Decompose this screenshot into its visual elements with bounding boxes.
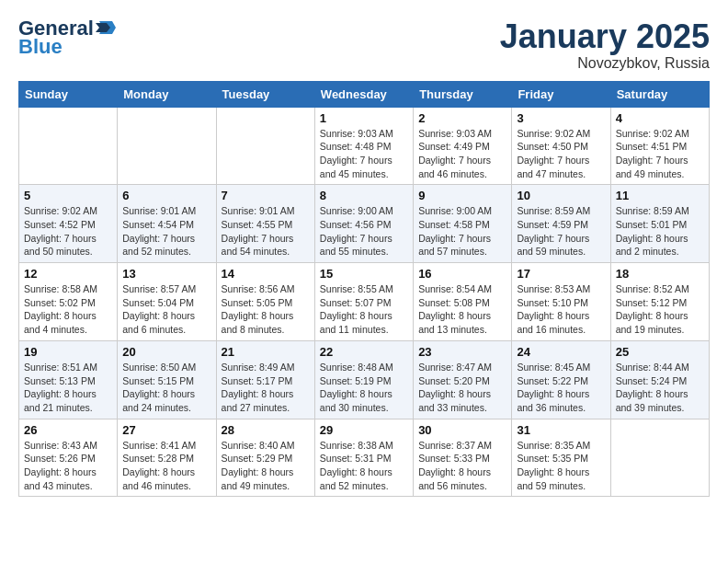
calendar-day-cell [118,107,216,185]
day-number: 18 [616,267,704,281]
calendar-day-cell: 20Sunrise: 8:50 AM Sunset: 5:15 PM Dayli… [118,340,216,419]
day-number: 11 [616,189,704,202]
day-info: Sunrise: 8:53 AM Sunset: 5:10 PM Dayligh… [517,282,605,337]
month-title: January 2025 [500,18,710,55]
calendar-week-row: 19Sunrise: 8:51 AM Sunset: 5:13 PM Dayli… [19,340,710,419]
day-info: Sunrise: 9:02 AM Sunset: 4:50 PM Dayligh… [517,127,605,181]
day-number: 23 [418,345,506,359]
calendar-day-cell: 31Sunrise: 8:35 AM Sunset: 5:35 PM Dayli… [512,419,610,497]
day-info: Sunrise: 8:57 AM Sunset: 5:04 PM Dayligh… [122,282,210,337]
weekday-header: Friday [512,81,610,107]
day-number: 14 [222,267,310,281]
day-info: Sunrise: 8:43 AM Sunset: 5:26 PM Dayligh… [24,439,112,493]
calendar-day-cell: 25Sunrise: 8:44 AM Sunset: 5:24 PM Dayli… [610,340,709,419]
weekday-header: Monday [118,81,216,107]
calendar-day-cell: 28Sunrise: 8:40 AM Sunset: 5:29 PM Dayli… [216,419,314,497]
day-number: 3 [517,111,605,125]
day-info: Sunrise: 9:01 AM Sunset: 4:54 PM Dayligh… [122,204,210,259]
day-info: Sunrise: 8:49 AM Sunset: 5:17 PM Dayligh… [222,361,310,415]
day-info: Sunrise: 9:00 AM Sunset: 4:58 PM Dayligh… [418,204,506,259]
day-info: Sunrise: 8:41 AM Sunset: 5:28 PM Dayligh… [122,439,210,493]
day-info: Sunrise: 8:54 AM Sunset: 5:08 PM Dayligh… [418,282,506,337]
day-number: 8 [320,189,408,202]
calendar-day-cell [19,107,118,185]
calendar-day-cell: 9Sunrise: 9:00 AM Sunset: 4:58 PM Daylig… [414,185,512,263]
calendar-day-cell: 15Sunrise: 8:55 AM Sunset: 5:07 PM Dayli… [314,263,413,341]
day-number: 13 [122,267,210,281]
day-number: 20 [122,345,210,359]
day-info: Sunrise: 9:03 AM Sunset: 4:48 PM Dayligh… [320,127,408,181]
day-info: Sunrise: 8:51 AM Sunset: 5:13 PM Dayligh… [24,361,112,415]
calendar-day-cell [610,419,709,497]
calendar-day-cell: 13Sunrise: 8:57 AM Sunset: 5:04 PM Dayli… [118,263,216,341]
day-number: 2 [418,111,506,125]
day-info: Sunrise: 9:03 AM Sunset: 4:49 PM Dayligh… [418,127,506,181]
calendar-day-cell: 3Sunrise: 9:02 AM Sunset: 4:50 PM Daylig… [512,107,610,185]
calendar-day-cell: 22Sunrise: 8:48 AM Sunset: 5:19 PM Dayli… [314,340,413,419]
day-number: 1 [320,111,408,125]
day-number: 25 [616,345,704,359]
calendar-day-cell [216,107,314,185]
calendar-day-cell: 7Sunrise: 9:01 AM Sunset: 4:55 PM Daylig… [216,185,314,263]
day-info: Sunrise: 8:35 AM Sunset: 5:35 PM Dayligh… [517,439,605,493]
calendar-day-cell: 4Sunrise: 9:02 AM Sunset: 4:51 PM Daylig… [610,107,709,185]
calendar-header-row: SundayMondayTuesdayWednesdayThursdayFrid… [19,81,710,107]
day-number: 15 [320,267,408,281]
day-info: Sunrise: 8:45 AM Sunset: 5:22 PM Dayligh… [517,361,605,415]
day-number: 24 [517,345,605,359]
day-number: 29 [320,423,408,437]
calendar-day-cell: 11Sunrise: 8:59 AM Sunset: 5:01 PM Dayli… [610,185,709,263]
calendar-day-cell: 19Sunrise: 8:51 AM Sunset: 5:13 PM Dayli… [19,340,118,419]
calendar-day-cell: 8Sunrise: 9:00 AM Sunset: 4:56 PM Daylig… [314,185,413,263]
day-info: Sunrise: 8:50 AM Sunset: 5:15 PM Dayligh… [122,361,210,415]
calendar-day-cell: 21Sunrise: 8:49 AM Sunset: 5:17 PM Dayli… [216,340,314,419]
calendar-day-cell: 27Sunrise: 8:41 AM Sunset: 5:28 PM Dayli… [118,419,216,497]
calendar-day-cell: 14Sunrise: 8:56 AM Sunset: 5:05 PM Dayli… [216,263,314,341]
calendar-week-row: 1Sunrise: 9:03 AM Sunset: 4:48 PM Daylig… [19,107,710,185]
page-header: General Blue January 2025 Novozybkov, Ru… [18,18,710,72]
weekday-header: Sunday [19,81,118,107]
day-info: Sunrise: 9:02 AM Sunset: 4:52 PM Dayligh… [24,204,112,259]
day-info: Sunrise: 9:01 AM Sunset: 4:55 PM Dayligh… [222,204,310,259]
day-number: 26 [24,423,112,437]
day-number: 6 [122,189,210,202]
logo: General Blue [18,18,116,57]
calendar-day-cell: 5Sunrise: 9:02 AM Sunset: 4:52 PM Daylig… [19,185,118,263]
calendar-day-cell: 30Sunrise: 8:37 AM Sunset: 5:33 PM Dayli… [414,419,512,497]
location: Novozybkov, Russia [500,55,710,72]
calendar-week-row: 26Sunrise: 8:43 AM Sunset: 5:26 PM Dayli… [19,419,710,497]
calendar-week-row: 12Sunrise: 8:58 AM Sunset: 5:02 PM Dayli… [19,263,710,341]
day-info: Sunrise: 8:58 AM Sunset: 5:02 PM Dayligh… [24,282,112,337]
day-number: 4 [616,111,704,125]
day-number: 12 [24,267,112,281]
calendar-day-cell: 16Sunrise: 8:54 AM Sunset: 5:08 PM Dayli… [414,263,512,341]
day-number: 22 [320,345,408,359]
day-number: 16 [418,267,506,281]
calendar-day-cell: 26Sunrise: 8:43 AM Sunset: 5:26 PM Dayli… [19,419,118,497]
day-info: Sunrise: 8:40 AM Sunset: 5:29 PM Dayligh… [222,439,310,493]
day-number: 17 [517,267,605,281]
logo-blue-text: Blue [18,37,63,57]
day-number: 28 [222,423,310,437]
weekday-header: Tuesday [216,81,314,107]
day-number: 30 [418,423,506,437]
day-info: Sunrise: 9:00 AM Sunset: 4:56 PM Dayligh… [320,204,408,259]
calendar-day-cell: 29Sunrise: 8:38 AM Sunset: 5:31 PM Dayli… [314,419,413,497]
weekday-header: Wednesday [314,81,413,107]
weekday-header: Thursday [414,81,512,107]
day-info: Sunrise: 8:47 AM Sunset: 5:20 PM Dayligh… [418,361,506,415]
day-info: Sunrise: 8:56 AM Sunset: 5:05 PM Dayligh… [222,282,310,337]
day-info: Sunrise: 8:59 AM Sunset: 4:59 PM Dayligh… [517,204,605,259]
calendar-day-cell: 24Sunrise: 8:45 AM Sunset: 5:22 PM Dayli… [512,340,610,419]
calendar-table: SundayMondayTuesdayWednesdayThursdayFrid… [18,81,710,498]
day-number: 10 [517,189,605,202]
title-block: January 2025 Novozybkov, Russia [500,18,710,72]
day-number: 5 [24,189,112,202]
day-number: 27 [122,423,210,437]
weekday-header: Saturday [610,81,709,107]
calendar-day-cell: 23Sunrise: 8:47 AM Sunset: 5:20 PM Dayli… [414,340,512,419]
day-info: Sunrise: 8:59 AM Sunset: 5:01 PM Dayligh… [616,204,704,259]
day-info: Sunrise: 9:02 AM Sunset: 4:51 PM Dayligh… [616,127,704,181]
calendar-day-cell: 17Sunrise: 8:53 AM Sunset: 5:10 PM Dayli… [512,263,610,341]
calendar-week-row: 5Sunrise: 9:02 AM Sunset: 4:52 PM Daylig… [19,185,710,263]
